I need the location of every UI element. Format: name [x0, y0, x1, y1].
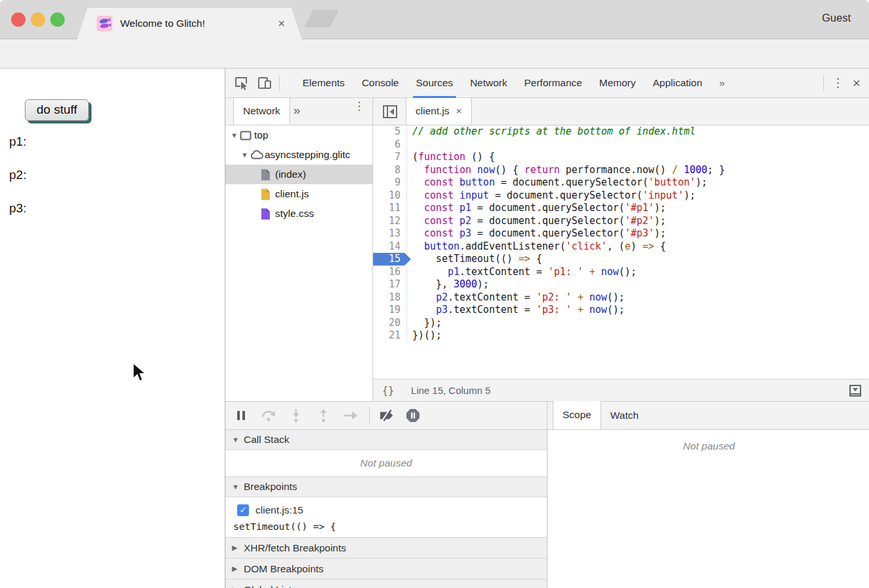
section-call-stack[interactable]: ▼ Call Stack	[225, 430, 547, 450]
section-xhr-breakpoints[interactable]: ▶ XHR/fetch Breakpoints	[225, 538, 547, 559]
breakpoint-location-label: client.js:15	[255, 504, 303, 516]
tab-sources[interactable]: Sources	[408, 69, 462, 98]
minimize-window-button[interactable]	[31, 12, 45, 27]
cloud-icon	[250, 150, 265, 159]
line-number[interactable]: 19	[373, 304, 407, 317]
tab-overflow-chevron[interactable]: »	[711, 69, 734, 98]
sidebar-overflow-chevron[interactable]: »	[293, 103, 301, 118]
tab-performance[interactable]: Performance	[516, 69, 591, 98]
inspect-element-icon[interactable]	[233, 75, 249, 91]
line-number[interactable]: 16	[373, 266, 407, 279]
tab-scope[interactable]: Scope	[553, 401, 601, 429]
divider	[279, 75, 280, 91]
line-number[interactable]: 7	[373, 151, 407, 164]
file-icon-purple	[261, 208, 275, 220]
code-line-7: 7(function () {	[373, 151, 869, 164]
line-number[interactable]: 9	[373, 176, 407, 189]
step-into-icon	[288, 408, 304, 423]
page-paragraph-p1: p1:	[9, 135, 26, 148]
pretty-print-icon[interactable]: {}	[382, 385, 394, 397]
cursor-position-label: Line 15, Column 5	[411, 385, 491, 396]
line-number[interactable]: 21	[373, 329, 407, 342]
code-line-14: 14 button.addEventListener('click', (e) …	[373, 240, 869, 253]
tree-item-asyncstepping-glitc[interactable]: ▼asyncstepping.glitc	[225, 145, 372, 165]
breakpoints-label: Breakpoints	[244, 481, 297, 493]
section-dom-breakpoints[interactable]: ▶ DOM Breakpoints	[225, 559, 547, 580]
editor-tab-close-icon[interactable]: ×	[456, 105, 462, 116]
section-breakpoints[interactable]: ▼ Breakpoints	[225, 477, 547, 497]
sidebar-menu-icon[interactable]: ⋮	[353, 103, 363, 109]
breakpoint-tag[interactable]: 15	[373, 253, 411, 266]
tab-watch[interactable]: Watch	[601, 402, 648, 429]
line-number[interactable]: 10	[373, 189, 407, 203]
tree-item-client-js[interactable]: client.js	[225, 184, 372, 204]
code-text: const input = document.querySelector('in…	[407, 189, 696, 203]
line-number[interactable]: 6	[373, 139, 407, 152]
line-number[interactable]: 17	[373, 278, 407, 291]
tree-item-label: top	[254, 129, 269, 141]
tab-close-icon[interactable]: ×	[278, 17, 285, 31]
page-paragraph-p2: p2:	[9, 168, 26, 181]
pause-script-icon[interactable]	[233, 408, 249, 423]
tab-memory[interactable]: Memory	[591, 69, 644, 98]
code-line-9: 9 const button = document.querySelector(…	[373, 176, 869, 189]
deactivate-breakpoints-icon[interactable]	[379, 408, 395, 423]
code-text: const button = document.querySelector('b…	[407, 176, 708, 189]
xhr-breakpoints-label: XHR/fetch Breakpoints	[244, 542, 346, 554]
devtools-tabbar-right: ⋮ ×	[817, 75, 869, 91]
close-window-button[interactable]	[11, 12, 25, 27]
code-text: // add other scripts at the bottom of in…	[407, 125, 695, 139]
tab-application[interactable]: Application	[644, 69, 711, 98]
line-number[interactable]: 14	[373, 240, 407, 253]
section-global-listeners[interactable]: ▶ Global Listeners	[225, 580, 547, 588]
code-editor[interactable]: 5// add other scripts at the bottom of i…	[373, 125, 869, 379]
code-line-6: 6	[373, 139, 869, 152]
sources-sidebar-header: Network » ⋮	[225, 98, 373, 125]
browser-window: Welcome to Glitch! × Guest ← → ↻ Secure …	[0, 0, 869, 588]
chevron-right-icon: ▶	[232, 585, 244, 588]
collapse-sidebar-icon[interactable]	[382, 104, 398, 120]
global-listeners-label: Global Listeners	[244, 584, 317, 588]
scope-watch-tabbar: Scope Watch	[548, 402, 869, 430]
tree-item-top[interactable]: ▼top	[225, 125, 372, 145]
line-number[interactable]: 8	[373, 164, 407, 177]
tree-item-label: (index)	[275, 169, 306, 180]
editor-statusbar: {} Line 15, Column 5	[373, 379, 869, 402]
page-paragraph-p3: p3:	[9, 201, 26, 214]
pause-on-exceptions-icon[interactable]	[405, 408, 421, 423]
code-line-20: 20 });	[373, 317, 869, 330]
line-number[interactable]: 5	[373, 125, 407, 139]
code-line-5: 5// add other scripts at the bottom of i…	[373, 125, 869, 139]
file-icon-gray	[261, 169, 275, 181]
chevron-down-icon[interactable]: ▼	[241, 151, 250, 159]
editor-tab-clientjs[interactable]: client.js×	[406, 98, 472, 125]
browser-tab[interactable]: Welcome to Glitch! ×	[77, 8, 302, 39]
tab-network[interactable]: Network	[461, 69, 516, 98]
line-number[interactable]: 11	[373, 202, 407, 215]
devtools-menu-icon[interactable]: ⋮	[832, 80, 845, 86]
do-stuff-button[interactable]: do stuff	[25, 99, 89, 121]
breakpoint-marker[interactable]: 15	[373, 253, 407, 266]
divider	[369, 407, 370, 424]
tab-console[interactable]: Console	[353, 69, 408, 98]
show-drawer-icon[interactable]	[849, 384, 862, 397]
code-text: p2.textContent = 'p2: ' + now();	[407, 291, 625, 304]
sidebar-tab-network[interactable]: Network	[233, 98, 290, 125]
line-number[interactable]: 13	[373, 227, 407, 240]
devtools-close-icon[interactable]: ×	[853, 75, 861, 91]
chevron-right-icon: ▶	[232, 544, 244, 552]
breakpoint-entry[interactable]: ✓ client.js:15 setTimeout(() => {	[225, 497, 547, 538]
tree-item-style-css[interactable]: style.css	[225, 204, 372, 223]
line-number[interactable]: 20	[373, 317, 407, 330]
code-text: button.addEventListener('click', (e) => …	[407, 240, 666, 253]
editor-tabbar: client.js×	[373, 98, 869, 125]
new-tab-button[interactable]	[304, 10, 339, 27]
line-number[interactable]: 18	[373, 291, 407, 304]
device-toolbar-icon[interactable]	[257, 75, 272, 91]
maximize-window-button[interactable]	[50, 12, 65, 27]
tree-item--index-[interactable]: (index)	[225, 165, 372, 184]
breakpoint-checkbox[interactable]: ✓	[237, 504, 249, 516]
line-number[interactable]: 12	[373, 215, 407, 228]
chevron-down-icon[interactable]: ▼	[231, 131, 240, 139]
tab-elements[interactable]: Elements	[294, 69, 353, 98]
